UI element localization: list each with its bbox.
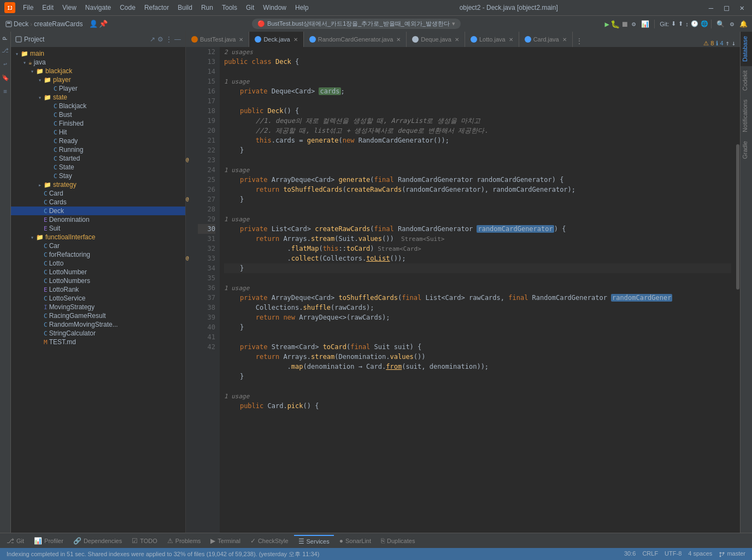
project-selector[interactable]: Deck › createRawCards <box>2 19 86 29</box>
menu-git[interactable]: Git <box>243 3 257 13</box>
menu-navigate[interactable]: Navigate <box>82 3 114 13</box>
close-tab-playertest[interactable]: ✕ <box>239 37 243 43</box>
git-fetch-icon[interactable]: ⬇ <box>671 20 676 27</box>
git-status[interactable]: Git: ⬇ ⬆ ↕ 🕐 🌐 <box>660 20 708 27</box>
tree-class-racinggameresult[interactable]: C RacingGameResult <box>11 311 185 320</box>
pull-request-icon[interactable]: ↩ <box>3 61 7 68</box>
tree-folder-player[interactable]: ▾ 📁 player <box>11 75 185 84</box>
tree-folder-blackjack[interactable]: ▾ 📁 blackjack <box>11 67 185 75</box>
tab-gradle[interactable]: Gradle <box>741 137 752 163</box>
tree-class-finished[interactable]: C Finished <box>11 119 185 128</box>
tree-class-ready[interactable]: C Ready <box>11 137 185 145</box>
tree-class-started[interactable]: C Started <box>11 154 185 163</box>
debug-button[interactable]: 🐛 <box>610 20 620 28</box>
panel-more-icon[interactable]: ⋮ <box>166 36 172 43</box>
breakpoint-marker-32[interactable]: @ <box>186 255 189 261</box>
status-git-branch[interactable]: master <box>716 550 748 557</box>
bottom-tab-profiler[interactable]: 📊 Profiler <box>30 535 68 546</box>
coverage-button[interactable]: ⚙ <box>630 19 638 29</box>
tree-class-denomination[interactable]: E Denomination <box>11 215 185 224</box>
menu-edit[interactable]: Edit <box>39 3 57 13</box>
editor-content[interactable]: @ @ @ 12 13 14 <box>186 47 740 533</box>
structure-icon[interactable]: ≡ <box>3 88 7 95</box>
tree-class-lotto[interactable]: C Lotto <box>11 259 185 268</box>
code-editor[interactable]: 2 usages public class Deck { 1 usage pri… <box>220 47 736 533</box>
commit-icon[interactable]: ⎇ <box>2 47 9 54</box>
close-tab-deque[interactable]: ✕ <box>455 37 459 43</box>
tab-deck[interactable]: Deck.java ✕ <box>249 32 303 47</box>
bottom-tab-terminal[interactable]: ▶ Terminal <box>206 535 245 546</box>
tree-class-lottonumber[interactable]: C LottoNumber <box>11 268 185 276</box>
tree-folder-strategy[interactable]: ▸ 📁 strategy <box>11 180 185 189</box>
bottom-tab-todo[interactable]: ☑ TODO <box>127 535 162 546</box>
status-position[interactable]: 30:6 <box>622 550 638 557</box>
tree-class-forrefactoring[interactable]: C forRefactoring <box>11 250 185 259</box>
tab-database[interactable]: Database <box>741 32 752 66</box>
breakpoint-marker-26[interactable]: @ <box>186 196 189 202</box>
tree-class-blackjack[interactable]: C Blackjack <box>11 102 185 110</box>
close-tab-deck[interactable]: ✕ <box>293 37 298 43</box>
tree-class-lottonumbers[interactable]: C LottoNumbers <box>11 276 185 285</box>
tree-folder-functional[interactable]: ▾ 📁 functioalInterface <box>11 233 185 241</box>
run-button[interactable]: ▶ <box>604 20 609 28</box>
close-tab-card[interactable]: ✕ <box>562 37 567 43</box>
tree-class-stay[interactable]: C Stay <box>11 172 185 180</box>
user-icon[interactable]: 👤 <box>89 20 98 28</box>
menu-window[interactable]: Window <box>260 3 290 13</box>
nav-down-icon[interactable]: ↓ <box>732 39 736 47</box>
more-tabs-button[interactable]: ⋮ <box>573 35 586 47</box>
minimize-button[interactable]: — <box>706 3 716 12</box>
close-tab-lotto[interactable]: ✕ <box>509 37 513 43</box>
tree-class-lottoservice[interactable]: C LottoService <box>11 294 185 303</box>
git-translate-icon[interactable]: 🌐 <box>701 20 708 27</box>
menu-help[interactable]: Help <box>292 3 312 13</box>
tree-class-running[interactable]: C Running <box>11 145 185 154</box>
stop-button[interactable]: ⏹ <box>621 20 628 28</box>
tab-randomcardgenerator[interactable]: RandomCardGenerator.java ✕ <box>304 32 407 47</box>
search-button[interactable]: 🔍 <box>714 19 727 29</box>
bottom-tab-services[interactable]: ☰ Services <box>294 535 334 547</box>
bottom-tab-duplicates[interactable]: ⎘ Duplicates <box>377 535 419 546</box>
project-icon[interactable]: P <box>2 36 9 40</box>
tree-folder-java[interactable]: ▾ ☕ java <box>11 58 185 67</box>
maximize-button[interactable]: □ <box>721 3 732 12</box>
menu-tools[interactable]: Tools <box>219 3 240 13</box>
bottom-tab-sonarlint[interactable]: ● SonarLint <box>335 535 375 546</box>
menu-run[interactable]: Run <box>198 3 216 13</box>
tab-playertest[interactable]: BustTest.java ✕ <box>186 32 249 47</box>
tree-class-movingstrategy[interactable]: I MovingStrategy <box>11 303 185 311</box>
settings-icon[interactable]: ⚙ <box>728 19 736 29</box>
tab-deque[interactable]: Deque.java ✕ <box>407 32 465 47</box>
tree-class-car[interactable]: C Car <box>11 241 185 250</box>
tree-class-cards[interactable]: C Cards <box>11 198 185 207</box>
panel-expand-icon[interactable]: ↗ <box>150 36 155 43</box>
vertical-scrollbar[interactable] <box>736 47 740 533</box>
menu-code[interactable]: Code <box>116 3 139 13</box>
tab-lotto[interactable]: Lotto.java ✕ <box>465 32 519 47</box>
notification-icon[interactable]: 🔔 <box>737 19 750 29</box>
close-tab-randomcardgenerator[interactable]: ✕ <box>396 37 401 43</box>
bottom-tab-problems[interactable]: ⚠ Problems <box>163 535 205 546</box>
panel-collapse-icon[interactable]: — <box>174 36 181 43</box>
menu-file[interactable]: File <box>20 3 37 13</box>
bottom-tab-dependencies[interactable]: 🔗 Dependencies <box>69 535 126 546</box>
tree-file-testmd[interactable]: M TEST.md <box>11 338 185 346</box>
status-crlf[interactable]: CRLF <box>640 550 660 557</box>
panel-settings-icon[interactable]: ⚙ <box>157 36 163 43</box>
git-push-icon[interactable]: ⬆ <box>678 20 683 27</box>
tree-class-hit[interactable]: C Hit <box>11 128 185 137</box>
tree-class-stringcalculator[interactable]: C StringCalculator <box>11 329 185 338</box>
pin-icon[interactable]: 📌 <box>99 20 108 28</box>
status-charset[interactable]: UTF-8 <box>662 550 684 557</box>
tree-class-suit[interactable]: E Suit <box>11 224 185 233</box>
tree-folder-main[interactable]: ▾ 📁 main <box>11 49 185 58</box>
tab-card[interactable]: Card.java ✕ <box>519 32 573 47</box>
bookmarks-icon[interactable]: 🔖 <box>2 74 9 81</box>
tree-class-state[interactable]: C State <box>11 163 185 172</box>
tree-class-randommovingstrategy[interactable]: C RandomMovingStrate... <box>11 320 185 329</box>
git-pull-icon[interactable]: ↕ <box>685 21 689 27</box>
bottom-tab-git[interactable]: ⎇ Git <box>2 535 28 546</box>
menu-view[interactable]: View <box>59 3 80 13</box>
tree-class-deck[interactable]: C Deck <box>11 207 185 215</box>
run-config-selector[interactable]: 🔴 BustTest.bust상태에서_카드1장을_추가로_받을때_예외가_발생… <box>252 19 461 29</box>
